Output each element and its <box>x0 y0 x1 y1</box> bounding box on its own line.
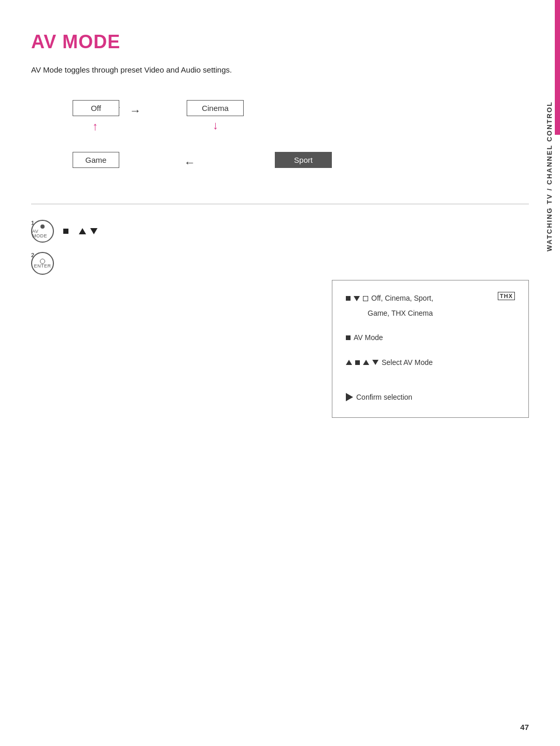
step-1: 1 AV MODE <box>31 220 529 243</box>
flow-box-game: Game <box>73 152 119 168</box>
main-content: AV MODE AV Mode toggles through preset V… <box>31 31 529 746</box>
info-row-2: Game, THX Cinema <box>346 307 515 320</box>
flow-box-off: Off <box>73 100 119 116</box>
flow-box-sport: Sport <box>275 152 332 168</box>
arrow-right-icon: → <box>130 104 141 118</box>
info-text-4: Select AV Mode <box>382 356 433 369</box>
info-tri-up-icon <box>346 360 352 365</box>
info-row-1: Off, Cinema, Sport, <box>346 292 498 305</box>
step-1-text <box>63 227 97 236</box>
sidebar-text-container: WATCHING TV / CHANNEL CONTROL <box>538 0 560 353</box>
step-2-button[interactable]: 2 ENTER <box>31 252 54 275</box>
info-square-icon-1 <box>346 296 351 301</box>
info-square-icon-2 <box>363 296 368 301</box>
info-text-5: Confirm selection <box>356 391 412 404</box>
info-text-2: Game, THX Cinema <box>346 307 433 320</box>
triangle-up-icon <box>79 228 86 234</box>
info-box-thx-logo: THX <box>498 292 515 300</box>
steps-container: 1 AV MODE 2 ENTER <box>31 220 529 275</box>
page-title: AV MODE <box>31 31 529 53</box>
info-row-4: Select AV Mode <box>346 356 515 369</box>
arrow-left-icon: ← <box>184 156 195 170</box>
info-tri-down-icon <box>354 296 360 301</box>
info-row-3: AV Mode <box>346 331 515 344</box>
page-description: AV Mode toggles through preset Video and… <box>31 65 529 74</box>
enter-button-inner <box>40 259 45 264</box>
info-square-icon-4 <box>355 360 360 365</box>
step-1-button[interactable]: 1 AV MODE <box>31 220 54 243</box>
square-icon-1 <box>63 229 68 234</box>
info-row-5: Confirm selection <box>346 391 515 404</box>
info-tri-down-icon-2 <box>372 360 379 365</box>
info-box: THX Off, Cinema, Sport, Game, THX Cinema… <box>332 280 529 418</box>
step-2: 2 ENTER <box>31 252 529 275</box>
info-tri-up-icon-2 <box>363 360 369 365</box>
info-play-icon <box>346 393 353 401</box>
sidebar: WATCHING TV / CHANNEL CONTROL <box>535 0 560 746</box>
triangle-down-icon <box>90 228 97 234</box>
flow-box-cinema: Cinema <box>187 100 244 116</box>
button-dot <box>40 224 45 229</box>
section-divider <box>31 204 529 204</box>
arrow-up-game-icon: ↑ <box>92 120 98 133</box>
sidebar-label: WATCHING TV / CHANNEL CONTROL <box>545 101 553 251</box>
info-text-3: AV Mode <box>354 331 383 344</box>
info-square-icon-3 <box>346 335 351 340</box>
flow-diagram: Off → Cinema THX Cinema ↓ Game Sport ↑ ← <box>73 100 436 183</box>
info-text-1: Off, Cinema, Sport, <box>371 292 433 305</box>
info-box-content: Off, Cinema, Sport, Game, THX Cinema AV … <box>346 292 515 404</box>
arrow-down-cinema-icon: ↓ <box>213 119 218 132</box>
